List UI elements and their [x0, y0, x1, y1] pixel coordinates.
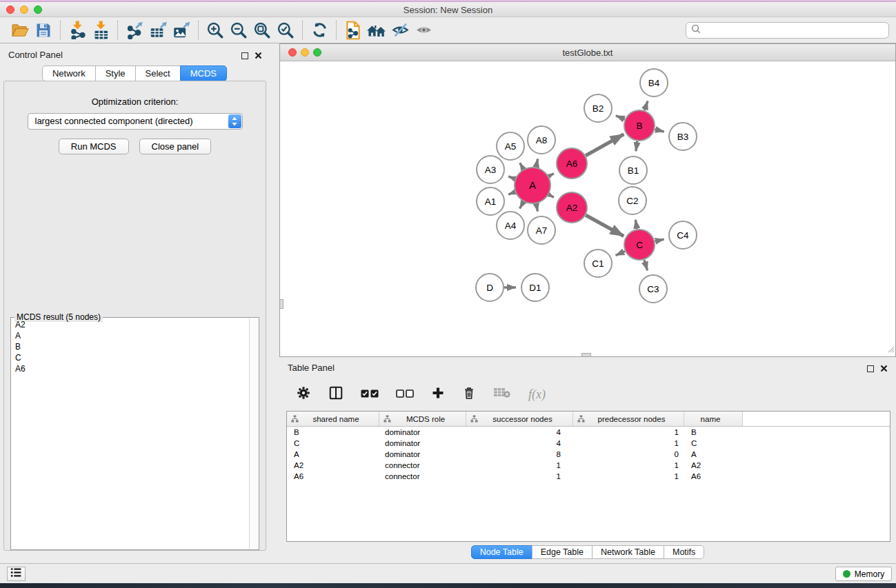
- select-all-columns-button[interactable]: [361, 388, 379, 401]
- graph-node-C2[interactable]: C2: [619, 187, 646, 214]
- column-header-mcds-role[interactable]: MCDS role: [379, 412, 466, 426]
- clone-network-button[interactable]: [341, 20, 365, 41]
- graph-node-A2[interactable]: A2: [557, 192, 587, 223]
- graph-edge-C-C2[interactable]: [635, 220, 637, 230]
- refresh-layout-button[interactable]: [308, 20, 331, 41]
- graph-node-A7[interactable]: A7: [528, 216, 555, 244]
- graph-edge-A-A2[interactable]: [549, 194, 554, 197]
- result-item[interactable]: A: [12, 330, 248, 341]
- result-item[interactable]: B: [12, 341, 248, 352]
- create-column-button[interactable]: [431, 386, 445, 403]
- open-session-button[interactable]: [8, 20, 32, 41]
- search-input[interactable]: [704, 26, 888, 35]
- canvas-left-handle[interactable]: [280, 299, 283, 309]
- graph-node-C4[interactable]: C4: [669, 221, 697, 249]
- graph-edge-B-B4[interactable]: [644, 101, 648, 111]
- table-row[interactable]: Cdominator41C: [287, 438, 890, 449]
- graph-edge-A-A1[interactable]: [508, 192, 515, 195]
- zoom-fit-button[interactable]: [250, 20, 274, 41]
- export-network-button[interactable]: [123, 20, 146, 41]
- hide-graphics-details-button[interactable]: [388, 20, 412, 41]
- column-header-predecessor-nodes[interactable]: predecessor nodes: [573, 412, 684, 426]
- graph-node-C3[interactable]: C3: [639, 275, 667, 303]
- graph-node-D1[interactable]: D1: [521, 274, 549, 301]
- table-row[interactable]: Adominator80A: [287, 449, 890, 460]
- graph-node-D[interactable]: D: [476, 274, 504, 301]
- deselect-all-columns-button[interactable]: [396, 388, 414, 401]
- tab-node-table[interactable]: Node Table: [471, 545, 532, 559]
- memory-button[interactable]: Memory: [835, 567, 892, 581]
- delete-table-button[interactable]: [493, 387, 511, 402]
- delete-column-button[interactable]: [462, 385, 476, 403]
- close-panel-button[interactable]: Close panel: [139, 139, 212, 154]
- show-graphics-details-button[interactable]: [412, 20, 435, 41]
- export-image-button[interactable]: [170, 20, 193, 41]
- graph-edge-B-B3[interactable]: [655, 130, 664, 132]
- close-panel-icon[interactable]: [255, 50, 262, 62]
- export-table-button[interactable]: [146, 20, 170, 41]
- graph-edge-A2-C[interactable]: [586, 215, 624, 236]
- optimization-criterion-select[interactable]: largest connected component (directed): [28, 113, 243, 130]
- column-header-successor-nodes[interactable]: successor nodes: [466, 412, 573, 426]
- graph-edge-A-A5[interactable]: [520, 163, 524, 169]
- show-column-panel-button[interactable]: [328, 385, 344, 403]
- column-header-shared-name[interactable]: shared name: [287, 412, 379, 426]
- graph-edge-A6-B[interactable]: [586, 134, 624, 156]
- zoom-selected-button[interactable]: [274, 20, 297, 41]
- tab-network[interactable]: Network: [42, 65, 96, 81]
- graph-edge-B-B2[interactable]: [616, 116, 625, 119]
- graph-node-B4[interactable]: B4: [640, 69, 668, 97]
- tab-motifs[interactable]: Motifs: [664, 545, 704, 559]
- result-item[interactable]: A2: [12, 319, 248, 330]
- graph-node-A3[interactable]: A3: [477, 156, 504, 183]
- column-header-name[interactable]: name: [684, 412, 743, 426]
- graph-edge-A-A7[interactable]: [536, 203, 537, 211]
- graph-node-B1[interactable]: B1: [619, 156, 647, 184]
- canvas-bottom-handle[interactable]: [581, 353, 591, 356]
- import-table-button[interactable]: [89, 20, 112, 41]
- task-history-button[interactable]: [7, 567, 26, 581]
- float-panel-icon[interactable]: [241, 52, 248, 59]
- result-item[interactable]: C: [12, 352, 248, 363]
- tab-mcds[interactable]: MCDS: [180, 65, 227, 81]
- save-session-button[interactable]: [32, 20, 55, 41]
- graph-node-A5[interactable]: A5: [497, 132, 524, 160]
- graph-edge-A-A4[interactable]: [520, 202, 524, 209]
- graph-node-A8[interactable]: A8: [528, 126, 555, 154]
- graph-node-B3[interactable]: B3: [669, 123, 697, 150]
- graph-edge-C-C4[interactable]: [655, 239, 664, 241]
- graph-node-B[interactable]: B: [624, 110, 655, 141]
- graph-node-A4[interactable]: A4: [497, 212, 524, 239]
- tab-select[interactable]: Select: [135, 65, 181, 81]
- graph-node-B2[interactable]: B2: [584, 94, 612, 122]
- result-scrollbar[interactable]: [249, 318, 258, 549]
- graph-edge-B-B1[interactable]: [636, 141, 637, 151]
- table-settings-button[interactable]: [296, 385, 311, 403]
- function-builder-button[interactable]: f(x): [528, 387, 546, 402]
- graph-node-A[interactable]: A: [515, 168, 550, 203]
- graph-edge-A-A3[interactable]: [508, 176, 515, 179]
- table-row[interactable]: Bdominator41B: [287, 427, 890, 438]
- graph-edge-C-C3[interactable]: [644, 260, 648, 270]
- graph-edge-A-A8[interactable]: [536, 159, 537, 167]
- table-row[interactable]: A6connector11A6: [287, 471, 890, 482]
- graph-edge-A-A6[interactable]: [549, 174, 554, 176]
- graph-node-A1[interactable]: A1: [477, 187, 504, 215]
- home-networks-button[interactable]: [365, 20, 388, 41]
- import-network-button[interactable]: [66, 20, 89, 41]
- network-graph[interactable]: AA6A2BCA5A8A3A1A4A7B2B4B3B1C2C4C1C3DD1: [280, 61, 895, 356]
- search-field[interactable]: [686, 22, 889, 39]
- tab-network-table[interactable]: Network Table: [592, 545, 664, 559]
- graph-edge-C-C1[interactable]: [616, 251, 625, 255]
- graph-node-C1[interactable]: C1: [584, 250, 612, 277]
- float-panel-icon[interactable]: [867, 365, 874, 372]
- result-item[interactable]: A6: [12, 363, 248, 374]
- graph-node-C[interactable]: C: [624, 230, 655, 260]
- zoom-in-button[interactable]: [203, 20, 227, 41]
- tab-edge-table[interactable]: Edge Table: [532, 545, 593, 559]
- network-canvas[interactable]: AA6A2BCA5A8A3A1A4A7B2B4B3B1C2C4C1C3DD1: [280, 61, 895, 356]
- run-mcds-button[interactable]: Run MCDS: [59, 139, 129, 154]
- zoom-out-button[interactable]: [227, 20, 250, 41]
- graph-node-A6[interactable]: A6: [557, 148, 587, 179]
- tab-style[interactable]: Style: [95, 65, 136, 81]
